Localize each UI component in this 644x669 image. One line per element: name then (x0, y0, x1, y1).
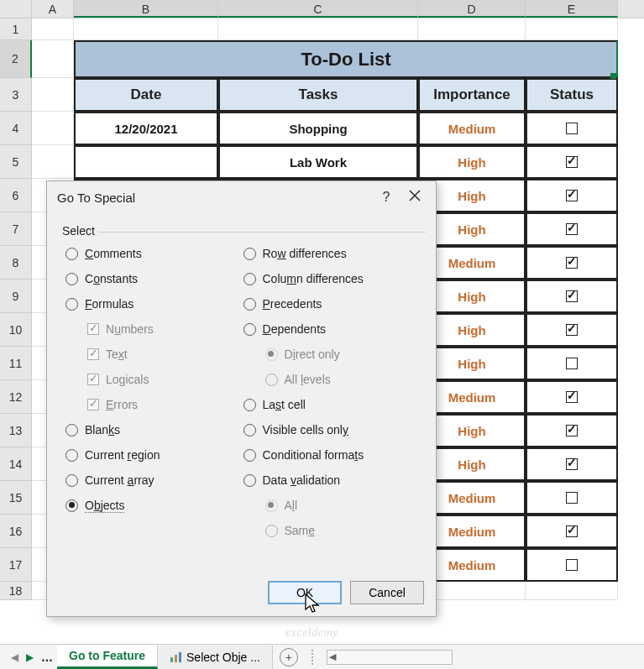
radio-formulas[interactable]: Formulas (65, 291, 243, 316)
checkbox[interactable] (566, 559, 578, 571)
checkbox[interactable] (566, 324, 578, 336)
row-header-16[interactable]: 16 (0, 515, 32, 548)
checkbox[interactable] (566, 123, 578, 134)
cell-status[interactable] (526, 515, 618, 548)
tab-nav-prev[interactable]: ◀ (7, 651, 22, 663)
row-header-1[interactable]: 1 (0, 18, 32, 40)
checkbox[interactable] (566, 458, 578, 470)
checkbox[interactable] (566, 156, 578, 168)
help-button[interactable]: ? (372, 190, 401, 205)
cell[interactable] (32, 112, 74, 145)
cell[interactable] (526, 582, 618, 600)
row-header-8[interactable]: 8 (0, 246, 32, 280)
cell-date[interactable] (74, 145, 218, 179)
row-header-18[interactable]: 18 (0, 582, 32, 600)
radio-constants[interactable]: Constants (65, 266, 243, 291)
checkbox[interactable] (566, 358, 578, 369)
radio-col-diff[interactable]: Column differences (243, 266, 421, 291)
select-all-corner[interactable] (0, 0, 32, 18)
header-importance[interactable]: Importance (418, 78, 526, 112)
cell-task[interactable]: Lab Work (218, 145, 418, 179)
new-sheet-button[interactable]: + (280, 648, 298, 666)
cell-importance[interactable]: High (418, 145, 526, 179)
radio-last-cell[interactable]: Last cell (243, 392, 421, 417)
checkbox[interactable] (566, 190, 578, 201)
radio-blanks[interactable]: Blanks (65, 417, 243, 442)
row-header-6[interactable]: 6 (0, 179, 32, 212)
checkbox[interactable] (566, 391, 578, 403)
radio-current-array[interactable]: Current array (65, 468, 243, 493)
header-status[interactable]: Status (526, 78, 618, 112)
checkbox[interactable] (566, 290, 578, 302)
sheet-tab-active[interactable]: Go to Feature (57, 645, 158, 669)
row-header-17[interactable]: 17 (0, 548, 32, 582)
row-header-13[interactable]: 13 (0, 414, 32, 447)
radio-objects[interactable]: Objects (65, 493, 243, 518)
row-header-11[interactable]: 11 (0, 347, 32, 380)
col-header-b[interactable]: B (74, 0, 218, 18)
col-header-c[interactable]: C (218, 0, 418, 18)
cell[interactable] (32, 78, 74, 112)
radio-dependents[interactable]: Dependents (243, 316, 421, 342)
cell-status[interactable] (526, 313, 618, 347)
cell-importance[interactable]: Medium (418, 112, 526, 145)
cell-status[interactable] (526, 212, 618, 246)
row-header-4[interactable]: 4 (0, 112, 32, 145)
title-cell[interactable]: To-Do List (74, 40, 618, 78)
header-tasks[interactable]: Tasks (218, 78, 418, 112)
horizontal-scrollbar[interactable]: ◀ (327, 650, 453, 665)
checkbox[interactable] (566, 492, 578, 504)
cell-status[interactable] (526, 414, 618, 447)
radio-conditional-formats[interactable]: Conditional formats (243, 442, 421, 468)
selection-handle[interactable] (610, 73, 616, 79)
cell-status[interactable] (526, 481, 618, 515)
cell[interactable] (32, 40, 74, 78)
cell[interactable] (218, 18, 418, 40)
col-header-e[interactable]: E (526, 0, 618, 18)
cell[interactable] (32, 145, 74, 179)
tab-nav-next[interactable]: ▶ (22, 651, 37, 663)
radio-precedents[interactable]: Precedents (243, 291, 421, 316)
col-header-d[interactable]: D (418, 0, 526, 18)
col-header-a[interactable]: A (32, 0, 74, 18)
radio-data-validation[interactable]: Data validation (243, 468, 421, 493)
checkbox[interactable] (566, 223, 578, 235)
row-header-5[interactable]: 5 (0, 145, 32, 179)
radio-comments[interactable]: Comments (65, 241, 243, 266)
cell-task[interactable]: Shopping (218, 112, 418, 145)
cell-status[interactable] (526, 347, 618, 380)
cell[interactable] (526, 18, 618, 40)
cell-status[interactable] (526, 280, 618, 313)
row-header-12[interactable]: 12 (0, 380, 32, 414)
radio-visible-cells[interactable]: Visible cells only (243, 417, 421, 442)
row-header-14[interactable]: 14 (0, 447, 32, 481)
radio-row-diff[interactable]: Row differences (243, 241, 421, 266)
close-button[interactable] (401, 190, 429, 205)
cell-status[interactable] (526, 112, 618, 145)
cell[interactable] (74, 18, 218, 40)
cell[interactable] (32, 18, 74, 40)
row-header-15[interactable]: 15 (0, 481, 32, 515)
cell-date[interactable]: 12/20/2021 (74, 112, 218, 145)
cell[interactable] (418, 18, 526, 40)
cell-status[interactable] (526, 447, 618, 481)
dialog-titlebar[interactable]: Go To Special ? (47, 181, 436, 213)
cell-status[interactable] (526, 380, 618, 414)
cancel-button[interactable]: Cancel (350, 581, 424, 604)
ok-button[interactable]: OK (268, 581, 342, 604)
cell-status[interactable] (526, 246, 618, 280)
header-date[interactable]: Date (74, 78, 218, 112)
row-header-10[interactable]: 10 (0, 313, 32, 347)
cell-status[interactable] (526, 145, 618, 179)
tab-overflow[interactable]: ... (37, 650, 57, 665)
row-header-7[interactable]: 7 (0, 212, 32, 246)
row-header-3[interactable]: 3 (0, 78, 32, 112)
cell-status[interactable] (526, 548, 618, 582)
checkbox[interactable] (566, 257, 578, 269)
checkbox[interactable] (566, 425, 578, 436)
checkbox[interactable] (566, 525, 578, 537)
cell-status[interactable] (526, 179, 618, 212)
row-header-2[interactable]: 2 (0, 40, 32, 78)
sheet-tab-next[interactable]: Select Obje ... (158, 645, 273, 669)
row-header-9[interactable]: 9 (0, 280, 32, 313)
